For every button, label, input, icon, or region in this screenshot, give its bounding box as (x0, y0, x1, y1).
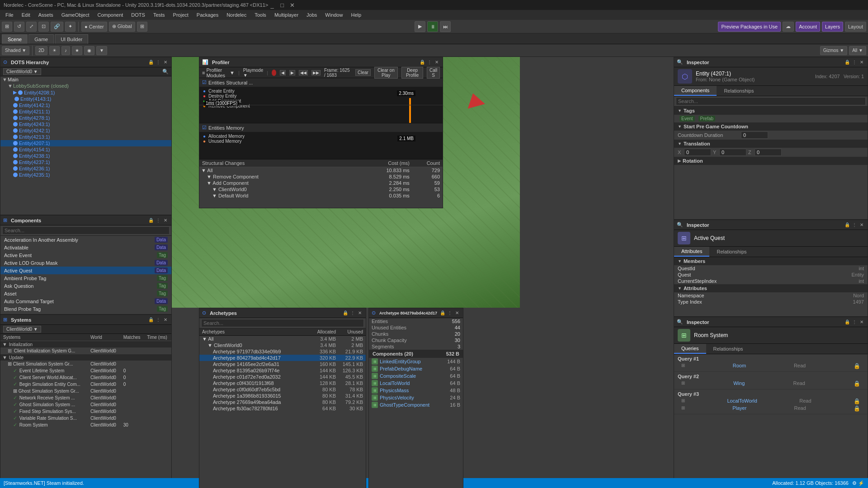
tab3-queries[interactable]: Queries (674, 344, 706, 354)
tree-item-e4211[interactable]: Entity(4211:1) (0, 108, 171, 115)
z-input[interactable] (755, 149, 782, 156)
menu-assets[interactable]: Assets (35, 11, 57, 19)
profiler-close[interactable]: ✕ (434, 59, 440, 66)
shaded-button[interactable]: Shaded ▼ (2, 46, 29, 55)
countdown-duration-input[interactable] (741, 131, 768, 139)
archetypes-menu[interactable]: ⋮ (349, 310, 356, 316)
step-button[interactable]: ⏭ (440, 21, 451, 32)
query3-player-lock-icon[interactable]: 🔒 (854, 405, 860, 412)
rotation-section[interactable]: ▶ Rotation (674, 157, 868, 165)
archetypes-close[interactable]: ✕ (357, 310, 363, 316)
comp-composite-scale[interactable]: ⊞ CompositeScale 64 B (369, 372, 463, 380)
components-menu[interactable]: ⋮ (155, 217, 161, 224)
system-client-server[interactable]: ✓ Client Server World Allocat... ClientW… (0, 374, 171, 381)
system-client-init[interactable]: ⊞ Client Initialization System G... Clie… (0, 347, 171, 354)
audio-button[interactable]: ♪ (61, 46, 70, 55)
arch-detail-close[interactable]: ✕ (454, 310, 460, 316)
sc-convert-entity[interactable]: Unity.Entities.ConvertToEntitySystem 0.0… (199, 199, 443, 200)
view-extra-btn[interactable]: ▼ (96, 46, 107, 55)
profiler-clear-btn[interactable]: Clear (355, 69, 371, 76)
query2-wing-lock-icon[interactable]: 🔒 (854, 380, 860, 387)
system-fixed-step[interactable]: ✓ Fixed Step Simulation Sys... ClientWor… (0, 408, 171, 415)
profiler-clear-on-play-btn[interactable]: Clear on Play (374, 67, 398, 79)
menu-tools[interactable]: Tools (251, 11, 270, 19)
global-button[interactable]: ⊕ Global (109, 22, 135, 32)
tab-relationships[interactable]: Relationships (717, 86, 761, 96)
systems-close[interactable]: ✕ (162, 317, 169, 323)
memory-checkbox[interactable]: ☑ (202, 125, 207, 131)
arch-c0f0d6[interactable]: Archetype c0f0d60df7eb5c5bd 80 KB 78 KB (199, 386, 366, 393)
tree-item-e4143[interactable]: Entity(4143:1) (0, 96, 171, 102)
gizmos-button[interactable]: Gizmos ▼ (820, 46, 848, 55)
countdown-section[interactable]: ▼ Start Pre Game Countdown (674, 122, 868, 131)
dots-hierarchy-close[interactable]: ✕ (162, 59, 169, 66)
arch-804279[interactable]: Archetype 804279abd4c42d17 320 KB 22.9 K… (199, 355, 366, 361)
world-selector[interactable]: ClientWorld0 ▼ (3, 68, 41, 75)
tree-item-e4142[interactable]: Entity(4142:1) (0, 102, 171, 108)
comp-ghost-type[interactable]: ⊞ GhostTypeComponent 16 B (369, 401, 463, 408)
all-button[interactable]: All ▼ (849, 46, 866, 55)
inspector3-close[interactable]: ✕ (859, 319, 865, 325)
layout-button[interactable]: Layout (845, 22, 866, 32)
cloud-button[interactable]: ☁ (783, 22, 794, 32)
tree-item-e4237[interactable]: Entity(4237:1) (0, 159, 171, 165)
inspector1-close[interactable]: ✕ (859, 59, 865, 66)
tree-item-e4236[interactable]: Entity(4236:1) (0, 165, 171, 172)
structural-checkbox[interactable]: ☑ (202, 80, 207, 85)
arch-clientworld0[interactable]: ▼ ClientWorld0 3.4 MB 2 MB (199, 342, 366, 348)
y-input[interactable] (719, 149, 746, 156)
profiler-next-frame[interactable]: ▶ (289, 70, 295, 75)
comp-local-to-world[interactable]: ⊞ LocalToWorld 64 B (369, 380, 463, 387)
inspector1-menu[interactable]: ⋮ (851, 59, 858, 66)
tab2-relationships[interactable]: Relationships (709, 247, 754, 257)
profiler-prev-btn[interactable]: ◀◀ (299, 70, 308, 75)
tags-section-header[interactable]: ▼ Tags (674, 107, 868, 115)
arch-detail-menu[interactable]: ⋮ (447, 310, 453, 316)
profiler-last-frame-btn[interactable]: ▶▶ (311, 70, 321, 75)
menu-file[interactable]: File (2, 11, 17, 19)
system-event-lifetime[interactable]: ✓ Event Lifetime System ClientWorld0 0 (0, 367, 171, 374)
arch-1a3986[interactable]: Archetype 1a3986b819336015 80 KB 31.4 KB (199, 393, 366, 399)
menu-project[interactable]: Project (170, 11, 192, 19)
archetypes-lock[interactable]: 🔒 (342, 310, 349, 316)
tool-btn-4[interactable]: ⊡ (38, 22, 49, 32)
close-button[interactable]: ✕ (288, 1, 296, 9)
comp-acceleration[interactable]: Acceleration In Another Assembly Data (0, 236, 171, 244)
sc-default-world[interactable]: ▼ Default World 0.035 ms 6 (199, 192, 443, 199)
comp-asset[interactable]: Asset Tag (0, 290, 171, 297)
account-button[interactable]: Account (796, 22, 820, 32)
tab-game[interactable]: Game (28, 34, 54, 44)
components-search[interactable] (2, 226, 170, 235)
x-input[interactable] (684, 149, 711, 156)
translation-section[interactable]: ▼ Translation (674, 140, 868, 148)
tree-item-e4154[interactable]: Entity(4154:1) (0, 146, 171, 153)
tree-item-e4278[interactable]: Entity(4278:1) (0, 115, 171, 121)
inspector1-lock[interactable]: 🔒 (844, 59, 850, 66)
menu-edit[interactable]: Edit (18, 11, 34, 19)
components-close[interactable]: ✕ (162, 217, 169, 224)
menu-component[interactable]: Component (94, 11, 127, 19)
grid-button[interactable]: ⊞ (137, 22, 147, 32)
inspector3-lock[interactable]: 🔒 (844, 319, 850, 325)
tool-btn-2[interactable]: ↺ (14, 22, 24, 32)
effects-button[interactable]: ★ (72, 46, 82, 55)
tab2-attributes[interactable]: Attributes (674, 247, 709, 257)
arch-c0f430[interactable]: Archetype c0f4301f1913f68 128 KB 28.1 KB (199, 380, 366, 386)
tree-item-e4207[interactable]: Entity(4207:1) (0, 140, 171, 146)
attributes-header[interactable]: ▼ Attributes (674, 284, 868, 292)
tab-ui-builder[interactable]: UI Builder (55, 34, 88, 44)
tree-item-e4243[interactable]: Entity(4243:1) (0, 121, 171, 127)
arch-all[interactable]: ▼ All 3.4 MB 2 MB (199, 336, 366, 342)
center-button[interactable]: ● Center (81, 22, 107, 32)
components-lock[interactable]: 🔒 (148, 217, 154, 224)
profiler-menu[interactable]: ⋮ (426, 59, 433, 66)
comp-ask-question[interactable]: Ask Question Tag (0, 282, 171, 290)
menu-tests[interactable]: Tests (150, 11, 169, 19)
profiler-deep-profile-btn[interactable]: Deep Profile (401, 67, 424, 79)
2d-button[interactable]: 2D (35, 46, 47, 55)
menu-help[interactable]: Help (347, 11, 365, 19)
system-room[interactable]: ✓ Room System ClientWorld0 30 (0, 422, 171, 428)
profiler-calls-btn[interactable]: Call S (427, 67, 440, 79)
dots-hierarchy-menu[interactable]: ⋮ (155, 59, 161, 66)
arch-fb30ac[interactable]: Archetype fb30ac782780fd16 64 KB 30 KB (199, 405, 366, 412)
